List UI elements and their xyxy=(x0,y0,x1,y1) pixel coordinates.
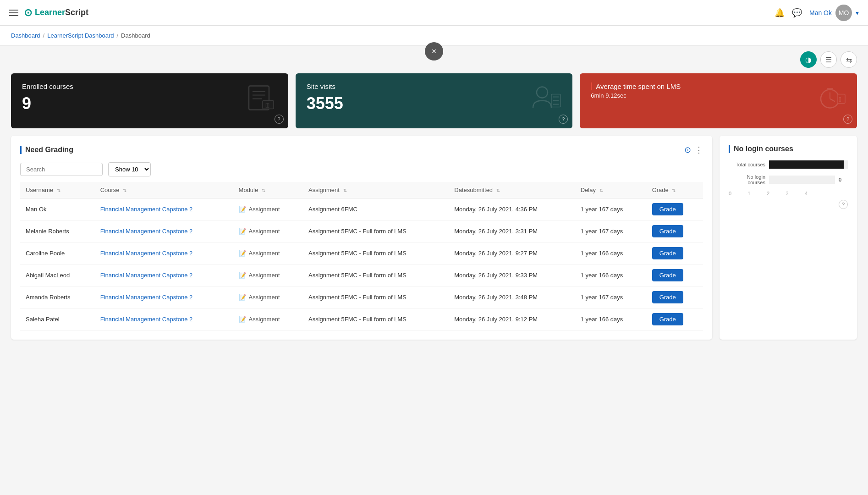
header-right: 🔔 💬 Man Ok MO ▾ xyxy=(775,5,859,21)
cell-course: Financial Management Capstone 2 xyxy=(95,242,233,264)
cell-assignment: Assignment 5FMC - Full form of LMS xyxy=(303,242,449,264)
nologin-courses-row: No login courses 0 xyxy=(729,174,848,185)
header-left: ⊙ LearnerScript xyxy=(9,7,88,19)
sort-assignment-icon: ⇅ xyxy=(343,188,347,193)
cell-course: Financial Management Capstone 2 xyxy=(95,308,233,330)
stats-row: Enrolled courses 9 []] ? Site visits 355… xyxy=(0,70,868,136)
grade-button[interactable]: Grade xyxy=(652,225,683,237)
enrolled-courses-card: Enrolled courses 9 []] ? xyxy=(11,73,288,128)
more-options-button[interactable]: ⋮ xyxy=(695,145,703,155)
enrolled-courses-icon: []] xyxy=(245,84,277,118)
table-row: Amanda Roberts Financial Management Caps… xyxy=(20,286,703,308)
app-header: ⊙ LearnerScript 🔔 💬 Man Ok MO ▾ xyxy=(0,0,868,26)
grade-button[interactable]: Grade xyxy=(652,313,683,325)
share-button[interactable]: ⇆ xyxy=(841,51,857,68)
cell-assignment: Assignment 5FMC - Full form of LMS xyxy=(303,264,449,286)
hamburger-menu[interactable] xyxy=(9,10,18,16)
cell-username: Saleha Patel xyxy=(20,308,95,330)
panel-header: Need Grading ⊙ ⋮ xyxy=(20,145,703,155)
breadcrumb-current: Dashboard xyxy=(121,32,150,39)
site-visits-card: Site visits 3555 ? xyxy=(296,73,573,128)
user-menu[interactable]: Man Ok MO ▾ xyxy=(809,5,859,21)
breadcrumb-dashboard[interactable]: Dashboard xyxy=(11,32,40,39)
col-assignment: Assignment ⇅ xyxy=(303,182,449,198)
table-row: Caroline Poole Financial Management Caps… xyxy=(20,242,703,264)
chart-help-icon[interactable]: ? xyxy=(839,200,848,209)
enrolled-help-icon[interactable]: ? xyxy=(275,115,284,124)
search-input[interactable] xyxy=(20,163,103,176)
axis-3: 3 xyxy=(786,191,788,196)
breadcrumb-sep-1: / xyxy=(43,32,45,39)
table-row: Saleha Patel Financial Management Capsto… xyxy=(20,308,703,330)
sort-username-icon: ⇅ xyxy=(57,188,60,193)
cell-course: Financial Management Capstone 2 xyxy=(95,198,233,220)
cell-delay: 1 year 167 days xyxy=(575,220,647,242)
cell-grade: Grade xyxy=(647,286,703,308)
cell-module: 📝 Assignment xyxy=(233,286,303,308)
list-view-button[interactable]: ☰ xyxy=(820,51,837,68)
grade-button[interactable]: Grade xyxy=(652,247,683,259)
module-name: Assignment xyxy=(249,272,280,279)
site-visits-icon xyxy=(529,84,561,118)
cell-assignment: Assignment 5FMC - Full form of LMS xyxy=(303,220,449,242)
total-courses-bar-fill xyxy=(769,160,844,169)
grade-button[interactable]: Grade xyxy=(652,269,683,281)
cell-grade: Grade xyxy=(647,308,703,330)
cell-username: Melanie Roberts xyxy=(20,220,95,242)
nologin-courses-bar-track xyxy=(769,176,835,184)
course-link[interactable]: Financial Management Capstone 2 xyxy=(100,250,193,257)
table-controls: Show 10 Show 5 Show 25 Show 50 xyxy=(20,162,703,176)
course-link[interactable]: Financial Management Capstone 2 xyxy=(100,294,193,301)
notification-icon[interactable]: 🔔 xyxy=(775,8,785,18)
refresh-button[interactable]: ⊙ xyxy=(684,145,691,155)
assignment-icon: 📝 xyxy=(239,272,246,279)
course-link[interactable]: Financial Management Capstone 2 xyxy=(100,272,193,279)
cell-username: Amanda Roberts xyxy=(20,286,95,308)
breadcrumb-learnerscript[interactable]: LearnerScript Dashboard xyxy=(47,32,114,39)
chevron-down-icon: ▾ xyxy=(856,9,859,16)
enrolled-courses-title: Enrolled courses xyxy=(22,82,277,90)
chat-icon[interactable]: 💬 xyxy=(792,8,802,18)
avg-time-title: Average time spent on LMS xyxy=(591,82,846,90)
chart-view-button[interactable]: ◑ xyxy=(800,51,817,68)
cell-delay: 1 year 166 days xyxy=(575,264,647,286)
grade-button[interactable]: Grade xyxy=(652,203,683,215)
chart-axis: 0 1 2 3 4 xyxy=(729,191,848,196)
course-link[interactable]: Financial Management Capstone 2 xyxy=(100,228,193,235)
module-name: Assignment xyxy=(249,206,280,213)
assignment-icon: 📝 xyxy=(239,206,246,213)
col-delay: Delay ⇅ xyxy=(575,182,647,198)
cell-datesubmitted: Monday, 26 July 2021, 3:31 PM xyxy=(449,220,575,242)
share-icon: ⇆ xyxy=(846,55,852,64)
main-content: Need Grading ⊙ ⋮ Show 10 Show 5 Show 25 … xyxy=(0,136,868,351)
chart-icon: ◑ xyxy=(805,55,812,64)
table-header-row: Username ⇅ Course ⇅ Module ⇅ Assignment … xyxy=(20,182,703,198)
logo-icon: ⊙ xyxy=(24,7,32,19)
cell-delay: 1 year 167 days xyxy=(575,198,647,220)
sort-delay-icon: ⇅ xyxy=(599,188,603,193)
sort-grade-icon: ⇅ xyxy=(672,188,676,193)
course-link[interactable]: Financial Management Capstone 2 xyxy=(100,206,193,213)
nologin-courses-value: 0 xyxy=(839,177,848,182)
avatar: MO xyxy=(835,5,852,21)
sort-date-icon: ⇅ xyxy=(496,188,500,193)
assignment-icon: 📝 xyxy=(239,250,246,257)
total-courses-label: Total courses xyxy=(729,162,765,167)
close-button[interactable]: × xyxy=(425,42,443,60)
cell-grade: Grade xyxy=(647,242,703,264)
avgtime-help-icon[interactable]: ? xyxy=(843,115,852,124)
course-link[interactable]: Financial Management Capstone 2 xyxy=(100,316,193,323)
cell-assignment: Assignment 6FMC xyxy=(303,198,449,220)
cell-grade: Grade xyxy=(647,220,703,242)
grading-table: Username ⇅ Course ⇅ Module ⇅ Assignment … xyxy=(20,182,703,330)
grade-button[interactable]: Grade xyxy=(652,291,683,303)
module-name: Assignment xyxy=(249,316,280,323)
total-courses-bar-track xyxy=(769,160,848,169)
col-datesubmitted: Datesubmitted ⇅ xyxy=(449,182,575,198)
cell-assignment: Assignment 5FMC - Full form of LMS xyxy=(303,308,449,330)
avg-time-card: Average time spent on LMS 6min 9.12sec [… xyxy=(580,73,857,128)
table-row: Abigail MacLeod Financial Management Cap… xyxy=(20,264,703,286)
axis-0: 0 xyxy=(729,191,731,196)
show-select[interactable]: Show 10 Show 5 Show 25 Show 50 xyxy=(108,162,151,176)
visits-help-icon[interactable]: ? xyxy=(559,115,568,124)
